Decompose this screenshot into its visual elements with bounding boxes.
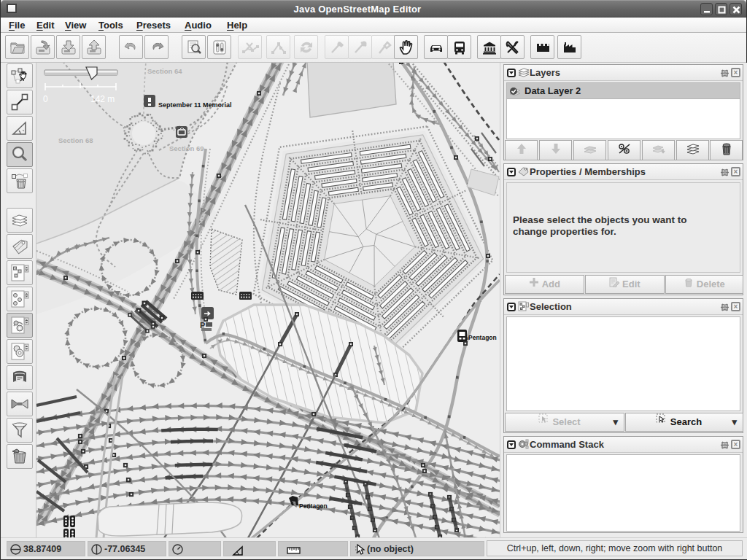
- svg-text:142 m: 142 m: [90, 94, 115, 104]
- svg-text:Section 68: Section 68: [58, 136, 93, 144]
- svg-text:Pentagon: Pentagon: [468, 334, 497, 341]
- svg-text:0: 0: [43, 94, 48, 104]
- svg-text:Section 64: Section 64: [147, 67, 182, 75]
- svg-text:Section 69: Section 69: [169, 144, 204, 152]
- svg-text:September 11 Memorial: September 11 Memorial: [158, 101, 232, 109]
- svg-text:Pentagon: Pentagon: [299, 502, 328, 510]
